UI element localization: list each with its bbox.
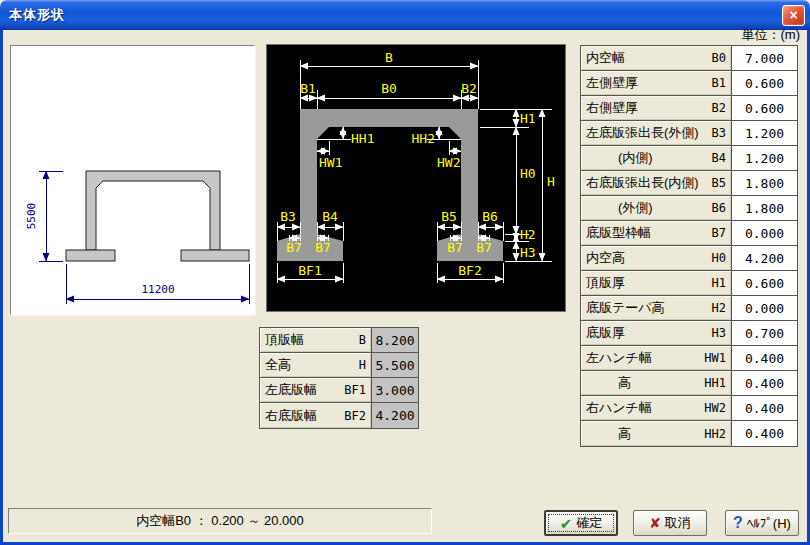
param-value-field[interactable]: 0.000 — [732, 296, 797, 320]
table-row: 底版型枠幅B7 0.000 — [581, 221, 797, 246]
window-border-left — [0, 30, 3, 545]
param-label: 左底版張出長(外側) — [586, 124, 708, 142]
summary-label: 右底版幅 — [265, 407, 340, 425]
help-button[interactable]: ? ﾍﾙﾌﾟ(H) — [725, 510, 799, 536]
dim-label-hh1: HH1 — [351, 131, 374, 146]
status-range-hint: 内空幅B0 ： 0.200 ～ 20.000 — [8, 508, 432, 534]
summary-symbol: BF2 — [344, 409, 366, 423]
diagram-structure — [277, 109, 503, 261]
dim-label-bf1: BF1 — [298, 263, 321, 278]
window-title: 本体形状 — [0, 6, 65, 24]
param-value-field[interactable]: 0.600 — [732, 71, 797, 95]
param-symbol: HH2 — [704, 427, 726, 441]
params-table: 内空幅B0 7.000 左側壁厚B1 0.600 右側壁厚B2 0.600 左底… — [580, 45, 798, 447]
table-row: 右ハンチ幅HW2 0.400 — [581, 396, 797, 421]
table-row: 右底版張出長(内側)B5 1.800 — [581, 171, 797, 196]
dim-label-b7: B7 — [476, 240, 492, 255]
param-label: 右側壁厚 — [586, 99, 708, 117]
dim-label-b4: B4 — [322, 209, 338, 224]
table-row: 左底版幅BF1 3.000 — [260, 378, 418, 403]
close-icon[interactable]: × — [782, 5, 805, 26]
param-label: 右底版張出長(内側) — [586, 174, 708, 192]
dim-label-h0: H0 — [520, 166, 536, 181]
dim-label-h3: H3 — [520, 245, 536, 260]
param-label: 高 — [586, 425, 700, 443]
table-row: 左底版張出長(外側)B3 1.200 — [581, 121, 797, 146]
x-icon: ✘ — [649, 516, 661, 530]
table-row: (外側)B6 1.800 — [581, 196, 797, 221]
param-symbol: H0 — [712, 251, 726, 265]
dim-label-b5: B5 — [441, 209, 457, 224]
table-row: 右側壁厚B2 0.600 — [581, 96, 797, 121]
shape-preview-drawing: 5500 11200 — [11, 46, 254, 314]
preview-height-dim: 5500 — [25, 203, 38, 230]
dim-label-b: B — [385, 50, 393, 65]
param-value-field[interactable]: 0.400 — [732, 346, 797, 370]
dim-label-hw1: HW1 — [319, 155, 342, 170]
dim-label-b6: B6 — [482, 209, 498, 224]
param-value-field[interactable]: 4.200 — [732, 246, 797, 270]
table-row: 高HH2 0.400 — [581, 421, 797, 446]
shape-diagram-drawing: B B1 B0 B2 HH1 HH2 HW1 HW2 B3 B4 B5 B6 B… — [267, 45, 565, 311]
param-label: 内空高 — [586, 249, 708, 267]
status-text: 内空幅B0 ： 0.200 ～ 20.000 — [136, 512, 304, 530]
table-row: 内空高H0 4.200 — [581, 246, 797, 271]
confirm-button-label: 確定 — [576, 514, 602, 532]
param-label: (外側) — [586, 199, 708, 217]
param-value-field[interactable]: 0.000 — [732, 221, 797, 245]
param-value-field[interactable]: 0.400 — [732, 371, 797, 395]
param-value-field[interactable]: 1.800 — [732, 196, 797, 220]
dim-label-b1: B1 — [300, 81, 316, 96]
param-value-field[interactable]: 1.200 — [732, 146, 797, 170]
question-mark-icon: ? — [733, 515, 743, 531]
param-label: 左側壁厚 — [586, 74, 708, 92]
summary-label: 頂版幅 — [265, 331, 355, 349]
table-row: 頂版厚H1 0.600 — [581, 271, 797, 296]
param-value-field[interactable]: 1.200 — [732, 121, 797, 145]
dim-label-hh2: HH2 — [412, 131, 435, 146]
param-label: 底版型枠幅 — [586, 224, 708, 242]
dim-label-h: H — [547, 174, 555, 189]
table-row: 底版テーパ高H2 0.000 — [581, 296, 797, 321]
cancel-button[interactable]: ✘ 取消 — [633, 510, 707, 536]
table-row: 底版厚H3 0.700 — [581, 321, 797, 346]
param-label: 底版厚 — [586, 324, 708, 342]
summary-label: 左底版幅 — [265, 381, 340, 399]
help-button-label: ﾍﾙﾌﾟ(H) — [747, 516, 791, 531]
param-symbol: H3 — [712, 326, 726, 340]
param-symbol: H2 — [712, 301, 726, 315]
param-symbol: H1 — [712, 276, 726, 290]
dim-label-h1: H1 — [520, 111, 536, 126]
param-value-field[interactable]: 0.400 — [732, 421, 797, 446]
param-symbol: HW1 — [704, 351, 726, 365]
table-row: 全高H 5.500 — [260, 353, 418, 378]
param-value-field[interactable]: 0.600 — [732, 96, 797, 120]
param-symbol: B6 — [712, 201, 726, 215]
param-value-field[interactable]: 7.000 — [732, 46, 797, 70]
summary-value: 5.500 — [372, 353, 418, 377]
param-symbol: B7 — [712, 226, 726, 240]
param-label: 右ハンチ幅 — [586, 399, 700, 417]
param-value-field[interactable]: 0.400 — [732, 396, 797, 420]
dim-label-b7: B7 — [286, 240, 302, 255]
diagram-labels: B B1 B0 B2 HH1 HH2 HW1 HW2 B3 B4 B5 B6 B… — [280, 50, 555, 278]
param-label: (内側) — [586, 149, 708, 167]
unit-label: 単位：(m) — [600, 26, 800, 44]
dim-label-hw2: HW2 — [437, 155, 460, 170]
param-label: 底版テーパ高 — [586, 299, 708, 317]
dim-label-b3: B3 — [280, 209, 296, 224]
preview-structure — [66, 171, 249, 261]
dim-label-h2: H2 — [520, 227, 536, 242]
table-row: 頂版幅B 8.200 — [260, 328, 418, 353]
table-row: (内側)B4 1.200 — [581, 146, 797, 171]
param-value-field[interactable]: 1.800 — [732, 171, 797, 195]
param-value-field[interactable]: 0.600 — [732, 271, 797, 295]
shape-diagram-panel: B B1 B0 B2 HH1 HH2 HW1 HW2 B3 B4 B5 B6 B… — [266, 44, 566, 312]
table-row: 右底版幅BF2 4.200 — [260, 403, 418, 428]
dim-label-b7: B7 — [315, 240, 331, 255]
param-label: 頂版厚 — [586, 274, 708, 292]
table-row: 高HH1 0.400 — [581, 371, 797, 396]
confirm-button[interactable]: ✔ 確定 — [544, 510, 618, 536]
param-value-field[interactable]: 0.700 — [732, 321, 797, 345]
summary-value: 8.200 — [372, 328, 418, 352]
